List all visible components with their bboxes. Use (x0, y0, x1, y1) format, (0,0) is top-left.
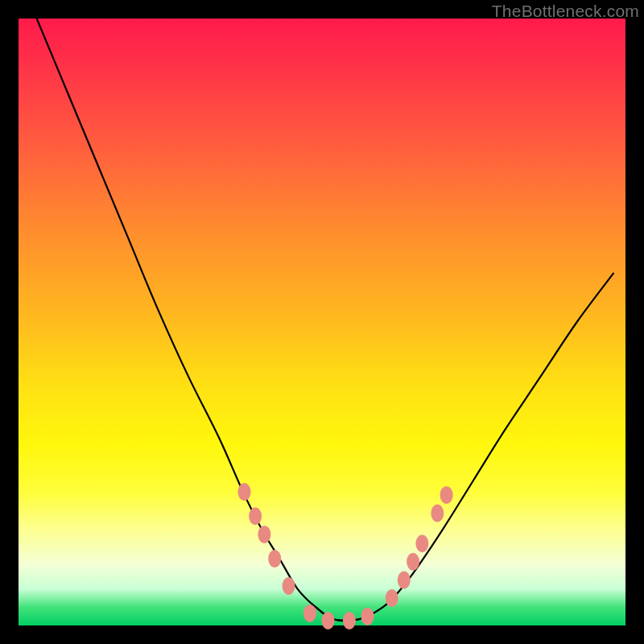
highlight-dot (415, 535, 428, 552)
highlight-dot (283, 577, 295, 595)
highlight-dot (440, 486, 453, 504)
highlight-dot (249, 507, 262, 525)
highlight-dots (238, 483, 453, 630)
highlight-dot (407, 553, 419, 571)
highlight-dot (258, 526, 270, 543)
highlight-dot (386, 589, 398, 607)
chart-frame: TheBottleneck.com (0, 0, 644, 644)
watermark-label: TheBottleneck.com (492, 2, 639, 21)
highlight-dot (361, 608, 374, 625)
highlight-dot (322, 612, 335, 630)
chart-plot-area (19, 19, 625, 625)
chart-svg (19, 19, 625, 625)
highlight-dot (398, 572, 411, 589)
curve-left-segment (37, 19, 359, 621)
highlight-dot (268, 550, 281, 568)
highlight-dot (303, 605, 316, 622)
highlight-dot (431, 505, 444, 522)
curve-right-segment (316, 274, 613, 621)
bottleneck-curve (37, 19, 613, 621)
highlight-dot (343, 612, 356, 630)
highlight-dot (238, 483, 251, 501)
